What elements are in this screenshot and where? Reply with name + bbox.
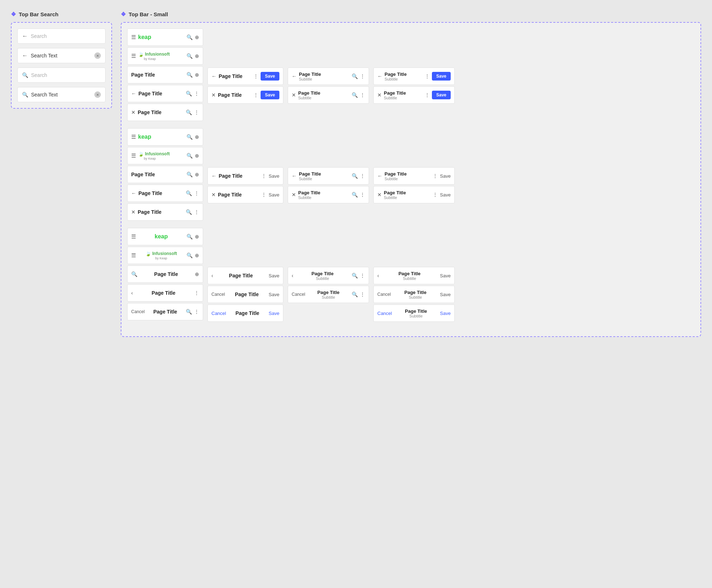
- search-icon-bar3[interactable]: 🔍: [186, 72, 193, 78]
- search-icon-s2-7[interactable]: 🔍: [352, 192, 358, 198]
- save-text-2[interactable]: Save: [269, 192, 279, 198]
- add-circle-icon-s2-1[interactable]: ⊕: [195, 134, 199, 140]
- add-circle-icon-s2-2[interactable]: ⊕: [195, 153, 199, 159]
- cancel-text-s3-4[interactable]: Cancel: [377, 292, 391, 297]
- search-icon-s3-1[interactable]: 🔍: [186, 234, 193, 239]
- search-icon-s3-2[interactable]: 🔍: [186, 252, 193, 258]
- more-icon-s2-2[interactable]: ⋮: [194, 209, 199, 215]
- more-icon-8[interactable]: ⋮: [425, 92, 430, 98]
- close-icon-s2-2[interactable]: ✕: [211, 192, 216, 198]
- more-icon-2[interactable]: ⋮: [194, 109, 199, 115]
- hamburger-icon-2[interactable]: ☰: [131, 53, 136, 59]
- hamburger-icon-s2-1[interactable]: ☰: [131, 134, 136, 140]
- back-icon-4[interactable]: ←: [377, 73, 382, 79]
- search-icon-s2-2[interactable]: 🔍: [186, 153, 193, 159]
- more-icon-s2-3[interactable]: ⋮: [261, 173, 266, 179]
- back-icon-1[interactable]: ←: [131, 91, 136, 96]
- search-icon-bar4[interactable]: 🔍: [186, 91, 192, 96]
- more-icon-7[interactable]: ⋮: [425, 73, 430, 79]
- save-text-s3-1[interactable]: Save: [269, 273, 279, 278]
- more-icon-1[interactable]: ⋮: [194, 91, 199, 96]
- close-icon-s2-4[interactable]: ✕: [377, 192, 382, 198]
- back-icon-s2-4[interactable]: ←: [377, 173, 382, 179]
- back-icon-s2-1[interactable]: ←: [131, 190, 136, 196]
- search-icon-s3-3[interactable]: 🔍: [131, 271, 137, 277]
- search-icon-s2-3[interactable]: 🔍: [186, 172, 193, 177]
- more-icon-s3-3[interactable]: ⋮: [360, 273, 365, 278]
- save-text-3[interactable]: Save: [440, 173, 451, 179]
- back-icon-s2-3[interactable]: ←: [292, 173, 297, 179]
- spacer-2: [127, 222, 695, 228]
- cancel-blue-text-2[interactable]: Cancel: [377, 311, 392, 316]
- save-button-2[interactable]: Save: [261, 91, 279, 99]
- clear-button-1[interactable]: ✕: [94, 52, 101, 59]
- add-circle-icon-s2-3[interactable]: ⊕: [195, 172, 199, 177]
- add-circle-icon-s3-1[interactable]: ⊕: [195, 234, 199, 239]
- close-icon-4[interactable]: ✕: [377, 92, 382, 98]
- add-circle-icon-1[interactable]: ⊕: [195, 34, 199, 40]
- more-icon-4[interactable]: ⋮: [253, 92, 258, 98]
- cancel-blue-text-1[interactable]: Cancel: [211, 311, 226, 316]
- chevron-icon-2[interactable]: ‹: [211, 273, 213, 278]
- more-icon-s2-1[interactable]: ⋮: [194, 190, 199, 196]
- back-icon-s2-2[interactable]: ←: [211, 173, 216, 179]
- add-circle-icon-3[interactable]: ⊕: [195, 72, 199, 78]
- more-icon-3[interactable]: ⋮: [253, 73, 258, 79]
- search-icon-s2-6[interactable]: 🔍: [352, 173, 358, 179]
- close-icon-s2-1[interactable]: ✕: [131, 209, 136, 215]
- back-icon-3[interactable]: ←: [292, 73, 297, 79]
- back-arrow-icon-2[interactable]: ←: [22, 52, 28, 59]
- save-button-1[interactable]: Save: [261, 72, 279, 81]
- save-text-1[interactable]: Save: [269, 173, 279, 179]
- add-circle-icon-s3-3[interactable]: ⊕: [195, 271, 199, 277]
- more-icon-s2-5[interactable]: ⋮: [360, 173, 365, 179]
- save-text-s3-3[interactable]: Save: [440, 273, 451, 278]
- save-text-s3-4[interactable]: Save: [440, 292, 451, 297]
- clear-button-2[interactable]: ✕: [94, 91, 101, 98]
- search-icon-s2-1[interactable]: 🔍: [186, 134, 193, 140]
- save-text-s3-2[interactable]: Save: [269, 292, 279, 297]
- search-icon-s3-4[interactable]: 🔍: [186, 309, 192, 315]
- search-icon-bar1[interactable]: 🔍: [186, 34, 193, 40]
- close-icon-3[interactable]: ✕: [292, 92, 296, 98]
- close-icon-2[interactable]: ✕: [211, 92, 216, 98]
- more-icon-s3-1[interactable]: ⋮: [194, 290, 199, 296]
- search-icon-s3-6[interactable]: 🔍: [352, 291, 358, 297]
- search-icon-bar6[interactable]: 🔍: [352, 73, 358, 79]
- save-blue-text-1[interactable]: Save: [269, 311, 279, 316]
- more-icon-5[interactable]: ⋮: [360, 73, 365, 79]
- add-circle-icon-2[interactable]: ⊕: [195, 53, 199, 59]
- back-arrow-icon-1[interactable]: ←: [22, 33, 28, 39]
- back-icon-2[interactable]: ←: [211, 73, 216, 79]
- hamburger-icon-1[interactable]: ☰: [131, 34, 136, 40]
- more-icon-s2-4[interactable]: ⋮: [261, 192, 266, 198]
- more-icon-s2-8[interactable]: ⋮: [433, 192, 438, 198]
- close-icon-s2-3[interactable]: ✕: [292, 192, 296, 198]
- chevron-icon-4[interactable]: ‹: [377, 273, 379, 278]
- cancel-text-s3-2[interactable]: Cancel: [211, 292, 225, 297]
- chevron-icon-1[interactable]: ‹: [131, 290, 133, 296]
- more-icon-s3-4[interactable]: ⋮: [360, 291, 365, 297]
- close-icon-1[interactable]: ✕: [131, 109, 136, 115]
- cancel-text-s3-3[interactable]: Cancel: [292, 292, 305, 297]
- save-blue-text-2[interactable]: Save: [440, 311, 451, 316]
- more-icon-s2-7[interactable]: ⋮: [433, 173, 438, 179]
- more-icon-6[interactable]: ⋮: [360, 92, 365, 98]
- search-icon-s2-4[interactable]: 🔍: [186, 190, 192, 196]
- hamburger-icon-s2-2[interactable]: ☰: [131, 152, 136, 159]
- add-circle-icon-s3-2[interactable]: ⊕: [195, 252, 199, 258]
- search-icon-bar7[interactable]: 🔍: [352, 92, 358, 98]
- search-icon-bar2[interactable]: 🔍: [186, 53, 193, 59]
- cancel-text-s3-1[interactable]: Cancel: [131, 309, 145, 314]
- more-icon-s3-2[interactable]: ⋮: [194, 309, 199, 315]
- search-icon-s2-5[interactable]: 🔍: [186, 209, 192, 215]
- chevron-icon-3[interactable]: ‹: [292, 273, 293, 278]
- more-icon-s2-6[interactable]: ⋮: [360, 192, 365, 198]
- save-text-4[interactable]: Save: [440, 192, 451, 198]
- search-icon-bar5[interactable]: 🔍: [186, 109, 192, 115]
- save-button-3[interactable]: Save: [432, 72, 451, 81]
- save-button-4[interactable]: Save: [432, 91, 451, 99]
- hamburger-icon-s3-2[interactable]: ☰: [131, 252, 136, 259]
- search-icon-s3-5[interactable]: 🔍: [352, 273, 358, 278]
- hamburger-icon-s3-1[interactable]: ☰: [131, 233, 136, 240]
